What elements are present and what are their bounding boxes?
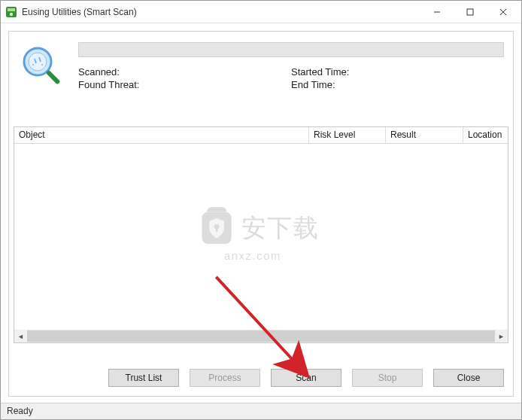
svg-rect-1 xyxy=(8,8,15,11)
scanned-label: Scanned: xyxy=(78,66,161,78)
scan-header: Scanned: Found Threat: Started Time: End xyxy=(9,32,513,98)
magnifier-icon xyxy=(18,42,66,90)
progress-bar xyxy=(78,42,504,57)
process-button: Process xyxy=(190,369,260,387)
maximize-button[interactable] xyxy=(454,2,487,23)
status-text: Ready xyxy=(7,406,33,416)
scroll-left-icon[interactable]: ◄ xyxy=(14,330,27,342)
status-bar: Ready xyxy=(1,403,521,419)
watermark: 安下载 anxz.com xyxy=(193,190,329,275)
stop-button: Stop xyxy=(352,369,423,387)
col-risk-level[interactable]: Risk Level xyxy=(309,127,386,143)
svg-point-15 xyxy=(214,224,220,229)
svg-text:anxz.com: anxz.com xyxy=(224,250,281,262)
end-time-label: End Time: xyxy=(291,79,374,90)
minimize-button[interactable] xyxy=(420,2,454,23)
started-time-value xyxy=(374,66,504,78)
svg-rect-4 xyxy=(467,9,473,15)
svg-point-8 xyxy=(29,53,47,71)
svg-point-12 xyxy=(41,64,43,65)
found-threat-label: Found Threat: xyxy=(78,79,161,90)
results-table: Object Risk Level Result Location 安下载 an… xyxy=(14,126,508,343)
col-object[interactable]: Object xyxy=(14,127,309,143)
main-panel: Scanned: Found Threat: Started Time: End xyxy=(8,31,514,397)
col-location[interactable]: Location xyxy=(463,127,508,143)
svg-rect-14 xyxy=(202,212,231,244)
svg-rect-16 xyxy=(216,227,217,232)
end-time-value xyxy=(374,79,504,90)
scanned-value xyxy=(161,66,291,78)
window-title: Eusing Utilities (Smart Scan) xyxy=(22,7,137,17)
svg-point-2 xyxy=(10,12,13,15)
started-time-label: Started Time: xyxy=(291,66,374,78)
close-window-button[interactable] xyxy=(487,2,520,23)
col-result[interactable]: Result xyxy=(386,127,463,143)
table-header: Object Risk Level Result Location xyxy=(14,127,508,144)
svg-point-11 xyxy=(32,64,34,65)
svg-rect-13 xyxy=(46,70,61,85)
titlebar: Eusing Utilities (Smart Scan) xyxy=(1,1,521,23)
app-icon xyxy=(5,6,17,18)
found-threat-value xyxy=(161,79,291,90)
horizontal-scrollbar[interactable]: ◄ ► xyxy=(14,330,508,342)
button-row: Trust List Process Scan Stop Close xyxy=(14,369,508,390)
table-body: 安下载 anxz.com xyxy=(14,144,508,330)
scroll-right-icon[interactable]: ► xyxy=(495,330,508,342)
svg-text:安下载: 安下载 xyxy=(241,214,320,242)
scan-button[interactable]: Scan xyxy=(271,369,341,387)
close-button[interactable]: Close xyxy=(433,369,504,387)
trust-list-button[interactable]: Trust List xyxy=(108,369,179,387)
